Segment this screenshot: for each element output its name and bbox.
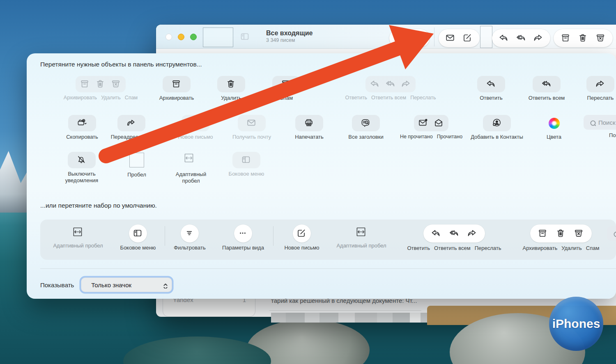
copy-icon: [77, 118, 87, 128]
item-label: Боковое меню: [113, 245, 163, 251]
message-divider: [269, 310, 421, 311]
palette-item[interactable]: Все заголовки: [337, 115, 395, 140]
traffic-light-minimize[interactable]: [178, 34, 184, 40]
colors-icon: [549, 118, 560, 129]
reply-all-icon: [541, 79, 552, 89]
show-mode-value: Только значок: [91, 282, 131, 288]
palette-item[interactable]: Переслать: [570, 76, 616, 101]
palette-item[interactable]: Новое письмо: [171, 115, 220, 140]
palette-row-2: СкопироватьПереадресоватьНовое письмоПол…: [27, 115, 616, 156]
archive-icon: [561, 33, 571, 43]
mail-compose-pill[interactable]: [439, 29, 480, 47]
reply-icon: [431, 228, 441, 239]
reply-group[interactable]: ОтветитьОтветить всемПереслать: [323, 76, 458, 101]
group-chip: [76, 76, 126, 92]
group-chip: [414, 115, 448, 131]
watermark-text: iPhones: [552, 317, 600, 331]
item-label: Адаптивный пробел: [47, 243, 109, 249]
window-title: Все входящие: [266, 29, 313, 37]
toolbar-button-circle: [181, 224, 199, 243]
compose-icon: [190, 118, 201, 128]
reply-group-pill[interactable]: [492, 29, 550, 47]
compose-icon: [297, 228, 307, 239]
item-label: Ответить всем: [516, 95, 577, 101]
traffic-light-close[interactable]: [165, 34, 172, 40]
compose-icon: [462, 33, 473, 43]
palette-item[interactable]: Архивировать: [152, 76, 201, 101]
palette-item[interactable]: Напечатать: [285, 115, 334, 140]
trash-icon: [95, 79, 106, 89]
archive-icon: [538, 228, 548, 239]
sheet-intro-text: Перетяните нужные объекты в панель инстр…: [40, 61, 202, 68]
reply-icon: [499, 33, 509, 43]
sidebar-icon[interactable]: [240, 32, 251, 42]
default-set-item[interactable]: ПоискПоиск: [607, 220, 616, 250]
palette-item[interactable]: Выключить уведомления: [53, 152, 110, 184]
mailbox-group[interactable]: АрхивироватьУдалитьСпам: [503, 220, 616, 252]
default-set-item[interactable]: Адаптивный пробел: [331, 220, 392, 249]
item-label: Переадресовать: [107, 134, 156, 140]
trash-icon: [226, 79, 237, 89]
printer-icon: [304, 118, 315, 128]
toolbar-separator: [434, 27, 434, 46]
mail-icon: [445, 33, 456, 43]
headers-icon: [361, 118, 371, 128]
sidebar-icon: [241, 155, 252, 165]
archive-delete-junk-group[interactable]: АрхивироватьУдалитьСпам: [57, 76, 144, 101]
palette-item[interactable]: ПоискПоиск: [584, 115, 616, 139]
reply-group[interactable]: ОтветитьОтветить всемПереслать: [396, 220, 513, 252]
palette-item[interactable]: Пробел: [112, 152, 161, 178]
add-contact-icon: [492, 118, 502, 128]
default-toolbar-set[interactable]: Адаптивный пробелБоковое менюФильтровать…: [40, 220, 616, 260]
traffic-light-zoom[interactable]: [190, 34, 197, 40]
item-label: Адаптивный пробел: [331, 243, 392, 249]
search-field[interactable]: Поиск: [607, 226, 616, 241]
item-label: Ответить: [345, 95, 367, 101]
item-label: Получить почту: [227, 134, 276, 140]
filter-view-pill[interactable]: [389, 29, 430, 47]
item-label: Спам: [262, 95, 311, 101]
toolbar-space-placeholder[interactable]: [480, 26, 492, 48]
reply-all-icon: [385, 79, 396, 89]
more-icon: [413, 33, 423, 43]
reply-icon: [486, 79, 496, 89]
default-set-item[interactable]: Боковое меню: [113, 220, 163, 251]
item-label: Все заголовки: [337, 134, 395, 140]
item-label: Переслать: [475, 245, 501, 252]
reply-icon: [370, 79, 380, 89]
palette-item[interactable]: Спам: [262, 76, 311, 101]
toolbar-button-circle: [293, 224, 311, 243]
palette-item[interactable]: Цвета: [533, 115, 575, 140]
flexspace-icon: [356, 227, 367, 238]
default-set-item[interactable]: Новое письмо: [277, 220, 326, 251]
palette-item[interactable]: Ответить всем: [516, 76, 577, 101]
toolbar-drop-target[interactable]: [203, 27, 233, 47]
palette-item[interactable]: Добавить в Контакты: [467, 115, 527, 140]
palette-item[interactable]: Получить почту: [227, 115, 276, 140]
palette-item[interactable]: Боковое меню: [218, 152, 275, 177]
window-title-block: Все входящие 3 349 писем: [266, 29, 313, 44]
item-label: Ответить: [407, 245, 430, 252]
trash-icon: [578, 33, 588, 43]
item-label: Новое письмо: [277, 245, 326, 251]
palette-item[interactable]: Удалить: [207, 76, 256, 101]
mailbox-group-pill[interactable]: [554, 29, 613, 47]
junk-icon: [281, 79, 292, 89]
palette-item[interactable]: Переадресовать: [107, 115, 156, 140]
show-mode-select[interactable]: Только значок: [81, 278, 172, 292]
show-options-row: Показывать Только значок: [40, 277, 172, 293]
item-label: Адаптивный пробел: [166, 171, 216, 185]
sheet-default-intro-text: ...или перетяните набор по умолчанию.: [40, 202, 157, 209]
palette-item[interactable]: Адаптивный пробел: [166, 152, 216, 185]
default-set-item[interactable]: Адаптивный пробел: [47, 220, 109, 249]
read-unread-group[interactable]: Не прочитаноПрочитано: [395, 115, 467, 140]
palette-item[interactable]: Скопировать: [57, 115, 107, 140]
default-set-item[interactable]: Параметры вида: [214, 220, 272, 251]
item-label: Не прочитано: [400, 134, 433, 140]
filter-icon: [395, 33, 406, 43]
flexspace-icon: [73, 227, 83, 238]
default-set-item[interactable]: Фильтровать: [165, 220, 214, 251]
search-field[interactable]: Поиск: [584, 115, 616, 130]
item-label: Фильтровать: [165, 245, 214, 251]
palette-item[interactable]: Ответить: [467, 76, 516, 101]
